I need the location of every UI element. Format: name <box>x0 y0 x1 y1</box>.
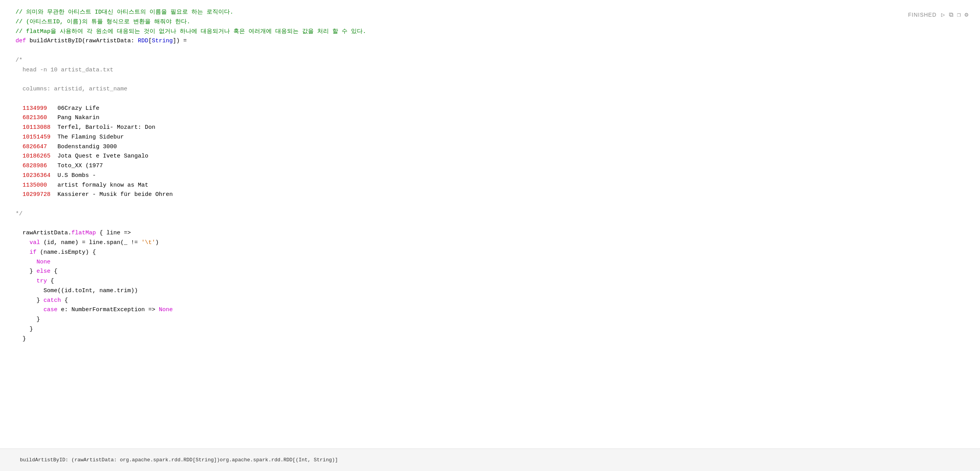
line-3: // flatMap을 사용하여 각 원소에 대응되는 것이 없거나 하나에 대… <box>16 27 972 37</box>
toolbar: FINISHED ▷ ⧉ ❐ ⚙ <box>908 11 968 19</box>
line-close-flatmap: } <box>16 334 972 344</box>
data-row-3: 10113088 Terfel, Bartoli- Mozart: Don <box>16 123 972 133</box>
settings-icon[interactable]: ⚙ <box>964 11 968 19</box>
data-row-9: 1135000 artist formaly know as Mat <box>16 181 972 190</box>
data-row-7: 6828986 Toto_XX (1977 <box>16 161 972 171</box>
line-empty-2 <box>16 75 972 85</box>
line-empty-4 <box>16 200 972 210</box>
line-empty-5 <box>16 219 972 229</box>
data-row-4: 10151459 The Flaming Sidebur <box>16 133 972 142</box>
line-catch: } catch { <box>16 296 972 306</box>
copy-icon[interactable]: ❐ <box>957 11 961 19</box>
line-columns: columns: artistid, artist_name <box>16 85 972 94</box>
bottom-bar-text: buildArtistByID: (rawArtistData: org.apa… <box>20 457 338 463</box>
line-close-else: } <box>16 325 972 334</box>
data-row-1: 1134999 06Crazy Life <box>16 104 972 114</box>
line-def: def buildArtistByID(rawArtistData: RDD[S… <box>16 36 972 46</box>
code-area: // 의미와 무관한 아티스트 ID대신 아티스트의 이름을 필요로 하는 로직… <box>0 0 980 471</box>
toolbar-icons: ▷ ⧉ ❐ ⚙ <box>941 11 968 19</box>
line-head: head -n 10 artist_data.txt <box>16 66 972 75</box>
line-none: None <box>16 258 972 267</box>
line-case: case e: NumberFormatException => None <box>16 305 972 315</box>
line-some: Some((id.toInt, name.trim)) <box>16 286 972 296</box>
line-val: val (id, name) = line.span(_ != '\t') <box>16 238 972 248</box>
line-empty-3 <box>16 94 972 104</box>
line-comment-start: /* <box>16 56 972 66</box>
line-1: // 의미와 무관한 아티스트 ID대신 아티스트의 이름을 필요로 하는 로직… <box>16 8 972 17</box>
split-icon[interactable]: ⧉ <box>949 11 953 19</box>
line-2: // (아티스트ID, 이름)의 튜플 형식으로 변환을 해줘야 한다. <box>16 17 972 27</box>
data-row-10: 10299728 Kassierer - Musik für beide Ohr… <box>16 190 972 200</box>
data-row-2: 6821360 Pang Nakarin <box>16 113 972 123</box>
status-label: FINISHED <box>908 12 937 18</box>
line-if: if (name.isEmpty) { <box>16 248 972 258</box>
line-empty-1 <box>16 46 972 56</box>
line-flatmap: rawArtistData.flatMap { line => <box>16 229 972 238</box>
data-row-6: 10186265 Jota Quest e Ivete Sangalo <box>16 152 972 161</box>
line-try: try { <box>16 277 972 286</box>
data-row-5: 6826647 Bodenstandig 3000 <box>16 142 972 152</box>
data-row-8: 10236364 U.S Bombs - <box>16 171 972 181</box>
line-else: } else { <box>16 267 972 277</box>
editor-container: FINISHED ▷ ⧉ ❐ ⚙ // 의미와 무관한 아티스트 ID대신 아티… <box>0 0 980 471</box>
line-comment-end: */ <box>16 210 972 219</box>
run-icon[interactable]: ▷ <box>941 11 945 19</box>
line-close-catch: } <box>16 315 972 325</box>
bottom-bar: buildArtistByID: (rawArtistData: org.apa… <box>0 448 980 471</box>
